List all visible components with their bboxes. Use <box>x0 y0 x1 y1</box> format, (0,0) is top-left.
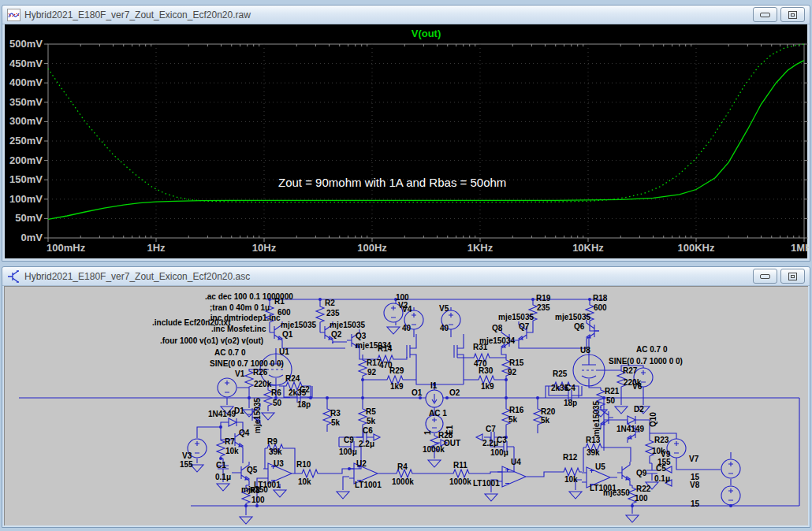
component-label: C2 <box>300 386 310 394</box>
component-label: 39k <box>587 449 600 457</box>
plot-title: V(out) <box>412 28 441 39</box>
waveform-window[interactable]: Hybrid2021_E180F_ver7_Zout_Exicon_Ecf20n… <box>2 5 810 262</box>
x-axis-tick-label: 100KHz <box>678 242 715 254</box>
restore-icon <box>788 11 797 19</box>
component-label: 100 <box>251 496 265 504</box>
component-label: mje15034 <box>479 337 515 345</box>
schematic-window-title: Hybrid2021_E180F_ver7_Zout_Exicon_Ecf20n… <box>24 271 250 282</box>
y-axis-tick-label: 250mV <box>9 135 43 147</box>
component-label: R10 <box>296 461 311 469</box>
component-label: 0.1μ <box>215 473 231 481</box>
component-label: 0.1μ <box>654 475 670 483</box>
component-label: R11 <box>453 462 467 470</box>
component-label: R30 <box>479 367 493 375</box>
component-label: V8 <box>690 481 699 489</box>
schematic-window[interactable]: Hybrid2021_E180F_ver7_Zout_Exicon_Ecf20n… <box>2 266 810 528</box>
component-label: C6 <box>363 427 373 435</box>
component-label: 40 <box>402 325 411 332</box>
component-label: R12 <box>563 454 577 462</box>
y-axis-tick-label: 300mV <box>9 115 43 127</box>
spice-directive: AC 0.7 0 <box>214 349 245 357</box>
restore-icon <box>788 273 797 280</box>
component-label: 1N4149 <box>208 410 236 418</box>
component-label: 5k <box>508 416 517 424</box>
y-axis-tick-label: 150mV <box>9 173 43 185</box>
restore-button[interactable] <box>780 269 805 284</box>
component-label: 100μ <box>339 448 357 456</box>
component-label: mje15035 <box>330 321 365 329</box>
component-label: 10k <box>298 478 311 486</box>
component-label: 235 <box>326 310 340 317</box>
waveform-plot: 500mV450mV400mV350mV300mV250mV200mV150mV… <box>5 25 809 260</box>
component-label: R15 <box>509 359 523 367</box>
component-label: 600 <box>277 309 291 317</box>
component-label: R16 <box>509 407 523 414</box>
component-label: U4 <box>511 459 521 466</box>
component-label: 2.2μ <box>359 440 374 448</box>
component-label: 18p <box>297 401 311 409</box>
component-label: R13 <box>586 436 600 444</box>
restore-button[interactable] <box>780 7 805 22</box>
x-axis-tick-label: 100mHz <box>47 242 86 254</box>
component-label: Q5 <box>247 466 257 474</box>
component-label: R26 <box>253 369 267 377</box>
component-label: 100μ <box>490 449 508 457</box>
component-label: R3 <box>330 410 341 418</box>
component-label: 92 <box>508 369 516 377</box>
component-label: R29 <box>389 367 404 375</box>
component-label: 1000k <box>449 478 471 486</box>
component-label: 92 <box>367 369 376 377</box>
schematic-canvas[interactable]: .ac dec 100 0.1 1000000;tran 0 40m 0 1u.… <box>4 286 808 525</box>
minimize-button[interactable] <box>753 269 777 284</box>
component-label: V6 <box>632 383 642 391</box>
vout-trace-solid <box>48 61 804 220</box>
minimize-button[interactable] <box>753 7 777 22</box>
waveform-titlebar[interactable]: Hybrid2021_E180F_ver7_Zout_Exicon_Ecf20n… <box>2 6 810 24</box>
component-label: Q10 <box>650 412 657 427</box>
component-label: Q6 <box>574 323 584 331</box>
component-label: OUT <box>444 440 460 447</box>
x-axis-tick-label: 10KHz <box>572 242 604 254</box>
waveform-file-icon <box>7 9 20 21</box>
component-label: 235 <box>537 304 550 312</box>
component-label: 5k <box>541 417 549 425</box>
component-label: R9 <box>267 438 277 446</box>
minimize-icon <box>760 274 770 279</box>
component-label: R6 <box>271 389 281 397</box>
component-label: R22 <box>636 485 650 493</box>
component-label: 10k <box>564 476 578 484</box>
component-label: C4 <box>565 384 575 392</box>
y-axis-tick-label: 400mV <box>9 76 43 88</box>
y-axis-tick-label: 0mV <box>21 232 43 243</box>
component-label: 50 <box>273 399 281 407</box>
x-axis-tick-label: 100Hz <box>357 242 387 254</box>
component-label: 5k <box>331 419 340 427</box>
ltspice-desktop: { "windows": { "waveform": {"title": "Hy… <box>0 0 812 531</box>
component-label: U5 <box>595 463 605 471</box>
spice-directive: ;tran 0 40m 0 1u <box>210 304 270 312</box>
component-label: V7 <box>689 455 698 463</box>
spice-directive: SINE(0 0.7 1000 0 0) <box>609 358 683 366</box>
waveform-plot-area[interactable]: 500mV450mV400mV350mV300mV250mV200mV150mV… <box>5 24 807 258</box>
schematic-titlebar[interactable]: Hybrid2021_E180F_ver7_Zout_Exicon_Ecf20n… <box>2 267 810 286</box>
component-label: mje15035 <box>593 401 601 436</box>
component-label: 100 <box>635 495 648 503</box>
component-label: V5 <box>439 305 449 313</box>
component-label: C5 <box>656 465 666 473</box>
component-label: 18p <box>564 399 577 407</box>
y-axis-tick-label: 100mV <box>9 193 43 205</box>
component-label: R4 <box>397 463 408 471</box>
plot-annotation: Zout = 90mohm with 1A and Rbas = 50ohm <box>278 176 506 189</box>
x-axis-tick-label: 1MHz <box>791 242 809 254</box>
component-label: R21 <box>605 388 619 395</box>
component-label: R20 <box>541 408 555 416</box>
component-label: I1 <box>430 382 437 390</box>
spice-directive: .inc Mosfet.inc <box>211 325 266 333</box>
component-label: 600 <box>594 304 607 312</box>
component-label: V4 <box>402 306 412 314</box>
component-label: Q1 <box>282 331 292 339</box>
component-label: V1 <box>235 370 244 378</box>
component-label: C1 <box>216 462 226 470</box>
component-label: R18 <box>593 295 607 303</box>
component-label: C7 <box>486 425 496 433</box>
